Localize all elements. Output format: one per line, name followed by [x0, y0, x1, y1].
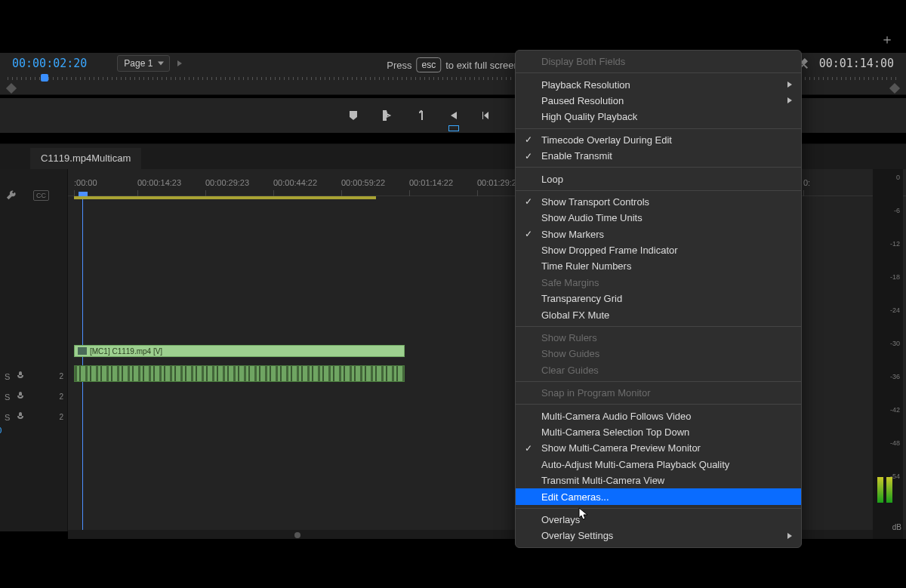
menu-item[interactable]: Global FX Mute	[516, 306, 801, 322]
menu-item[interactable]: Show Multi-Camera Preview Monitor	[516, 440, 801, 456]
menu-item[interactable]: Timecode Overlay During Edit	[516, 132, 801, 148]
menu-item[interactable]: Show Markers	[516, 226, 801, 242]
menu-item[interactable]: Playback Resolution	[516, 76, 801, 92]
track-output-indicator: 0	[0, 426, 2, 436]
mark-out-button[interactable]	[413, 109, 427, 122]
time-ruler-label: 0:	[803, 178, 810, 187]
meter-bar-right	[886, 477, 892, 503]
mouse-cursor-icon	[578, 507, 589, 521]
timecode-in[interactable]: 00:00:02:20	[12, 57, 87, 70]
audio-meter: 0-6-12-18-24-30-36-42-48-54 dB	[873, 169, 903, 539]
audio-track-header[interactable]: S2	[0, 367, 68, 386]
track-header-column: CC S2S2S2 0	[0, 169, 68, 531]
audio-clip[interactable]	[74, 365, 405, 382]
menu-item[interactable]: Multi-Camera Audio Follows Video	[516, 408, 801, 423]
solo-toggle[interactable]: S	[5, 413, 10, 422]
time-ruler-label: :00:00	[74, 178, 97, 187]
db-tick-label: -42	[890, 406, 900, 414]
db-unit-label: dB	[892, 523, 901, 531]
hscroll-thumb[interactable]	[294, 532, 300, 538]
fs-rest: to exit full screen	[445, 60, 519, 71]
solo-toggle[interactable]: S	[5, 393, 10, 402]
menu-item[interactable]: Time Ruler Numbers	[516, 258, 801, 274]
menu-item[interactable]: Show Dropped Frame Indicator	[516, 242, 801, 258]
menu-separator	[516, 190, 801, 191]
clip-thumb-icon	[78, 347, 87, 355]
time-ruler-label: 00:00:29:23	[205, 178, 249, 187]
menu-item[interactable]: Multi-Camera Selection Top Down	[516, 424, 801, 440]
menu-item[interactable]: Edit Cameras...	[516, 488, 801, 504]
menu-item[interactable]: Auto-Adjust Multi-Camera Playback Qualit…	[516, 457, 801, 473]
mic-icon[interactable]	[16, 411, 25, 423]
sequence-tab[interactable]: C1119.mp4Multicam	[30, 148, 141, 169]
audio-track-header[interactable]: S2	[0, 408, 68, 426]
program-monitor-context-menu: Display Both FieldsPlayback ResolutionPa…	[515, 50, 802, 548]
timecode-out[interactable]: 00:01:14:00	[819, 57, 894, 70]
record-indicator-icon	[448, 125, 459, 131]
menu-separator	[516, 128, 801, 129]
menu-item[interactable]: Overlays	[516, 512, 801, 528]
playhead-line	[82, 193, 83, 531]
audio-track-header[interactable]: S2	[0, 387, 68, 406]
menu-item[interactable]: Overlay Settings	[516, 528, 801, 543]
db-scale: 0-6-12-18-24-30-36-42-48-54	[879, 174, 901, 509]
add-marker-button[interactable]	[347, 109, 360, 122]
menu-item[interactable]: Show Audio Time Units	[516, 210, 801, 226]
add-button[interactable]: ＋	[880, 30, 894, 48]
db-tick-label: -36	[890, 373, 900, 380]
menu-item[interactable]: Paused Resolution	[516, 93, 801, 109]
fullscreen-notice: Press esc to exit full screen	[387, 57, 519, 72]
solo-toggle[interactable]: S	[5, 372, 10, 381]
db-tick-label: -6	[894, 207, 900, 214]
go-to-in-button[interactable]	[446, 109, 460, 122]
mini-out-point-icon[interactable]	[889, 83, 900, 94]
menu-item: Display Both Fields	[516, 54, 801, 69]
menu-item: Safe Margins	[516, 275, 801, 291]
step-back-button[interactable]	[479, 109, 493, 122]
track-number: 2	[59, 393, 63, 401]
menu-separator	[516, 326, 801, 327]
mini-playhead-icon[interactable]	[41, 74, 48, 82]
menu-item[interactable]: Transparency Grid	[516, 291, 801, 306]
menu-separator	[516, 508, 801, 509]
menu-separator	[516, 72, 801, 73]
menu-separator	[516, 404, 801, 405]
time-ruler-label: 00:00:44:22	[273, 178, 317, 187]
timeline-settings-wrench-icon[interactable]	[6, 190, 17, 201]
menu-item[interactable]: High Quality Playback	[516, 109, 801, 125]
menu-item[interactable]: Enable Transmit	[516, 148, 801, 164]
page-selector[interactable]: Page 1	[117, 55, 170, 72]
fs-press: Press	[387, 60, 411, 71]
menu-item[interactable]: Transmit Multi-Camera View	[516, 473, 801, 488]
mark-in-button[interactable]	[380, 109, 393, 122]
mic-icon[interactable]	[16, 371, 25, 382]
time-ruler-label: 00:01:14:22	[409, 178, 453, 187]
mini-in-point-icon[interactable]	[6, 83, 17, 94]
db-tick-label: -24	[890, 306, 900, 314]
db-tick-label: -30	[890, 340, 900, 347]
clip-label: [MC1] C1119.mp4 [V]	[90, 347, 162, 356]
menu-item: Show Rulers	[516, 330, 801, 346]
menu-item: Clear Guides	[516, 362, 801, 378]
cc-badge[interactable]: CC	[33, 190, 49, 201]
menu-item: Snap in Program Monitor	[516, 385, 801, 401]
time-ruler-label: 00:00:59:22	[341, 178, 385, 187]
menu-item[interactable]: Loop	[516, 171, 801, 186]
meter-bar-left	[877, 477, 883, 503]
menu-separator	[516, 167, 801, 168]
work-area-bar[interactable]	[74, 196, 376, 199]
time-ruler-label: 00:00:14:23	[137, 178, 181, 187]
menu-separator	[516, 381, 801, 382]
fs-esc-key: esc	[417, 57, 442, 72]
db-tick-label: -48	[890, 439, 900, 447]
video-clip[interactable]: [MC1] C1119.mp4 [V]	[74, 345, 405, 357]
menu-item[interactable]: Show Transport Controls	[516, 194, 801, 210]
page-next-icon[interactable]	[177, 60, 182, 66]
track-number: 2	[59, 372, 63, 380]
db-tick-label: -18	[890, 273, 900, 281]
track-number: 2	[59, 413, 63, 421]
db-tick-label: 0	[896, 174, 900, 181]
mic-icon[interactable]	[16, 391, 25, 402]
menu-item: Show Guides	[516, 346, 801, 362]
waveform-icon	[75, 366, 404, 381]
